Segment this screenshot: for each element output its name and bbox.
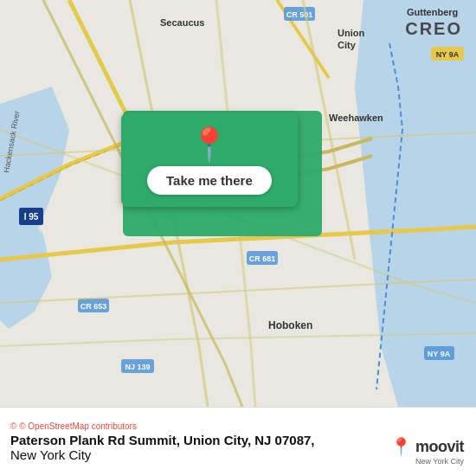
- svg-text:I 95: I 95: [24, 212, 39, 222]
- svg-text:CR 501: CR 501: [286, 10, 313, 19]
- svg-text:NY 9A: NY 9A: [436, 50, 460, 59]
- osm-icon: ©: [10, 421, 16, 431]
- button-overlay: 📍 Take me there: [121, 113, 298, 207]
- svg-text:Hoboken: Hoboken: [268, 319, 312, 331]
- osm-credit: © © OpenStreetMap contributors: [10, 421, 466, 431]
- map-container: CR 501 CR 681 CR 653 NJ 139 NY 9A I 95: [0, 0, 476, 407]
- svg-text:Union: Union: [338, 28, 364, 38]
- svg-text:CR 681: CR 681: [249, 254, 276, 263]
- bottom-bar: © © OpenStreetMap contributors Paterson …: [0, 407, 476, 476]
- svg-text:City: City: [338, 40, 357, 50]
- take-me-there-button[interactable]: Take me there: [147, 166, 272, 195]
- moovit-sub: New York City: [415, 457, 464, 466]
- svg-text:NY 9A: NY 9A: [428, 350, 451, 358]
- moovit-logo: 📍 moovit New York City: [390, 436, 464, 466]
- pin-icon: 📍: [189, 128, 229, 161]
- moovit-marker-icon: 📍: [390, 436, 412, 457]
- osm-text: © OpenStreetMap contributors: [19, 421, 137, 431]
- moovit-text: moovit: [415, 438, 464, 456]
- svg-text:Secaucus: Secaucus: [160, 17, 204, 28]
- svg-text:Guttenberg: Guttenberg: [407, 7, 458, 17]
- svg-text:Weehawken: Weehawken: [329, 113, 383, 123]
- green-box: 📍 Take me there: [121, 113, 298, 207]
- creo-watermark: CREO: [405, 19, 462, 39]
- svg-text:CR 653: CR 653: [80, 302, 107, 311]
- svg-text:NJ 139: NJ 139: [125, 363, 150, 371]
